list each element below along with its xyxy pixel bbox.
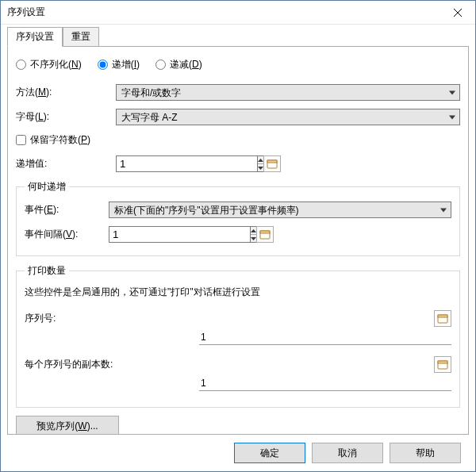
svg-rect-11 xyxy=(438,315,447,317)
row-alphabet: 字母(L): 大写字母 A-Z xyxy=(16,109,460,125)
svg-marker-2 xyxy=(258,159,263,162)
spin-event-interval-input[interactable] xyxy=(109,226,250,243)
database-icon xyxy=(267,159,278,169)
svg-rect-13 xyxy=(438,361,447,363)
legend-when-increment: 何时递增 xyxy=(25,180,69,194)
radio-none-label: 不序列化(N) xyxy=(30,58,82,71)
label-copies: 每个序列号的副本数: xyxy=(25,358,434,371)
close-button[interactable] xyxy=(440,1,475,24)
dialog-window: 序列设置 序列设置 重置 不序列化(N) xyxy=(0,0,476,472)
checkbox-preserve-label: 保留字符数(P) xyxy=(30,133,90,147)
help-button[interactable]: 帮助 xyxy=(390,443,461,463)
combo-event[interactable]: 标准(下面的"序列号"设置用于设置事件频率) xyxy=(109,201,451,218)
svg-marker-3 xyxy=(258,167,263,170)
increment-source-button[interactable] xyxy=(263,155,281,172)
chevron-down-icon xyxy=(251,237,256,240)
print-description: 这些控件是全局通用的，还可通过"打印"对话框进行设置 xyxy=(25,286,451,299)
serial-number-source-button[interactable] xyxy=(434,310,451,327)
database-icon xyxy=(437,360,448,370)
label-serial-number: 序列号: xyxy=(25,312,434,325)
row-method: 方法(M): 字母和/或数字 xyxy=(16,84,460,101)
spin-event-interval-up[interactable] xyxy=(251,227,256,235)
checkbox-preserve-input[interactable] xyxy=(16,135,26,145)
tab-reset-label: 重置 xyxy=(71,31,90,42)
database-icon xyxy=(437,314,448,324)
spin-increment-up[interactable] xyxy=(258,156,263,164)
chevron-up-icon xyxy=(258,159,263,162)
spin-increment-down[interactable] xyxy=(258,164,263,171)
radio-none-input[interactable] xyxy=(16,59,26,70)
spin-increment-input[interactable] xyxy=(116,155,257,172)
serial-number-input[interactable] xyxy=(199,330,451,345)
preview-button[interactable]: 预览序列(W)... xyxy=(16,416,119,435)
combo-alphabet[interactable]: 大写字母 A-Z xyxy=(116,109,460,125)
row-preview: 预览序列(W)... xyxy=(16,416,460,435)
row-copies: 每个序列号的副本数: xyxy=(25,356,451,391)
label-event: 事件(E): xyxy=(25,203,104,217)
cancel-button[interactable]: 取消 xyxy=(312,443,383,463)
label-increment: 递增值: xyxy=(16,157,111,171)
chevron-down-icon xyxy=(258,167,263,170)
legend-print-quantity: 打印数量 xyxy=(25,264,69,278)
client-area: 序列设置 重置 不序列化(N) 递增(I) xyxy=(1,25,475,471)
tab-serialization[interactable]: 序列设置 xyxy=(7,27,63,47)
row-event-interval: 事件间隔(V): xyxy=(25,226,451,243)
group-when-increment: 何时递增 事件(E): 标准(下面的"序列号"设置用于设置事件频率) 事件间隔(… xyxy=(16,180,460,256)
radio-increment-input[interactable] xyxy=(98,59,108,70)
svg-rect-5 xyxy=(267,160,277,163)
button-bar: 确定 取消 帮助 xyxy=(7,435,469,471)
spin-event-interval xyxy=(109,226,251,243)
tab-reset[interactable]: 重置 xyxy=(63,27,99,47)
combo-method-wrap: 字母和/或数字 xyxy=(116,84,460,101)
close-icon xyxy=(454,9,462,17)
ok-button[interactable]: 确定 xyxy=(234,443,305,463)
combo-event-wrap: 标准(下面的"序列号"设置用于设置事件频率) xyxy=(109,201,451,218)
database-icon xyxy=(259,230,271,240)
tab-serialization-label: 序列设置 xyxy=(16,31,54,42)
row-serial-number: 序列号: xyxy=(25,310,451,345)
label-alphabet: 字母(L): xyxy=(16,110,111,124)
label-event-interval: 事件间隔(V): xyxy=(25,228,104,241)
svg-marker-7 xyxy=(251,237,256,240)
radio-increment-label: 递增(I) xyxy=(112,58,140,71)
radio-decrement[interactable]: 递减(D) xyxy=(155,58,202,71)
checkbox-preserve[interactable]: 保留字符数(P) xyxy=(16,133,90,147)
copies-input[interactable] xyxy=(199,376,451,391)
label-method: 方法(M): xyxy=(16,86,111,99)
chevron-up-icon xyxy=(251,229,256,232)
combo-alphabet-wrap: 大写字母 A-Z xyxy=(116,109,460,125)
radio-increment[interactable]: 递增(I) xyxy=(98,58,140,71)
group-print-quantity: 打印数量 这些控件是全局通用的，还可通过"打印"对话框进行设置 序列号: xyxy=(16,264,460,408)
serialize-mode-group: 不序列化(N) 递增(I) 递减(D) xyxy=(16,58,460,71)
row-preserve: 保留字符数(P) xyxy=(16,133,460,148)
svg-marker-6 xyxy=(251,229,256,232)
window-title: 序列设置 xyxy=(7,6,440,19)
row-increment: 递增值: xyxy=(16,155,460,172)
tabpage-serialization: 不序列化(N) 递增(I) 递减(D) xyxy=(7,47,469,435)
radio-none[interactable]: 不序列化(N) xyxy=(16,58,82,71)
radio-decrement-label: 递减(D) xyxy=(170,58,202,71)
tabstrip: 序列设置 重置 xyxy=(7,29,469,47)
radio-decrement-input[interactable] xyxy=(155,59,166,70)
spin-increment xyxy=(116,155,259,172)
titlebar: 序列设置 xyxy=(1,1,475,25)
row-event: 事件(E): 标准(下面的"序列号"设置用于设置事件频率) xyxy=(25,201,451,218)
combo-method[interactable]: 字母和/或数字 xyxy=(116,84,460,101)
copies-source-button[interactable] xyxy=(434,356,451,373)
event-interval-source-button[interactable] xyxy=(256,226,274,243)
svg-rect-9 xyxy=(260,231,270,233)
spin-event-interval-down[interactable] xyxy=(251,235,256,242)
